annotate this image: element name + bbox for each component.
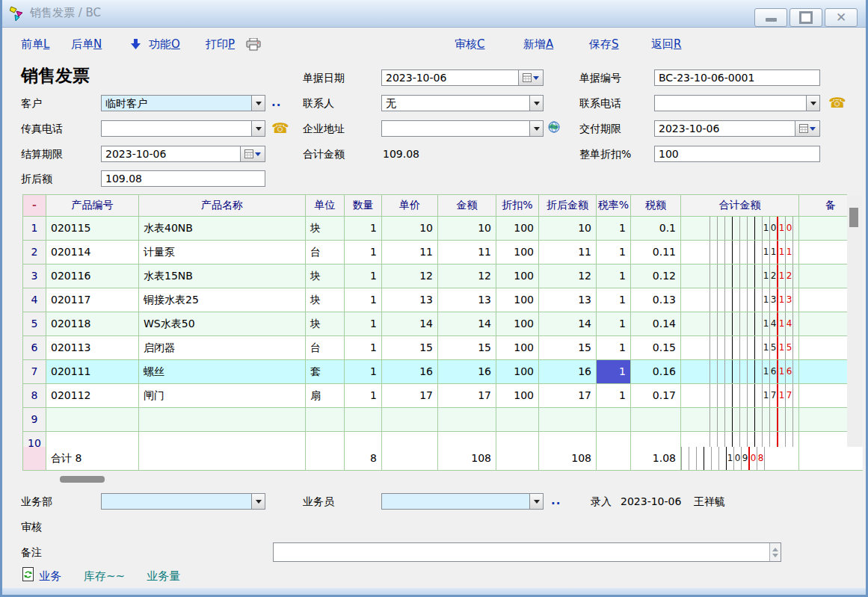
cell-tax-rate[interactable]: 1 bbox=[597, 265, 631, 288]
phone-icon[interactable]: ☎ bbox=[828, 96, 846, 110]
vertical-scrollbar-thumb[interactable] bbox=[849, 208, 858, 227]
chevron-down-icon[interactable] bbox=[529, 96, 543, 111]
printer-icon[interactable] bbox=[246, 38, 261, 54]
cell-discounted-amount[interactable]: 15 bbox=[539, 336, 597, 359]
cell-product-name[interactable]: 计量泵 bbox=[139, 241, 306, 264]
salesman-combo[interactable] bbox=[381, 493, 544, 510]
cell-remark[interactable] bbox=[799, 265, 847, 288]
cell-unit-price[interactable] bbox=[382, 408, 438, 431]
cell-product-code[interactable]: 020117 bbox=[46, 288, 139, 312]
vertical-scrollbar[interactable] bbox=[847, 196, 862, 447]
cell-remark[interactable] bbox=[799, 336, 847, 359]
cell-amount[interactable]: 11 bbox=[438, 241, 496, 264]
cell-row-number[interactable]: 1 bbox=[23, 217, 46, 240]
whole-discount-input[interactable]: 100 bbox=[654, 146, 820, 162]
cell-tax-rate[interactable]: 1 bbox=[597, 217, 631, 240]
cell-tax[interactable]: 0.16 bbox=[631, 360, 681, 383]
chevron-down-icon[interactable] bbox=[529, 121, 543, 136]
cell-tax[interactable]: 0.11 bbox=[631, 241, 681, 264]
cell-amount[interactable]: 17 bbox=[438, 384, 496, 407]
cell-tax[interactable]: 1.08 bbox=[631, 447, 681, 470]
cell-tax-rate[interactable]: 1 bbox=[597, 384, 631, 407]
cell-row-number[interactable]: 5 bbox=[23, 312, 46, 335]
calendar-icon[interactable] bbox=[240, 146, 265, 161]
cell-unit-price[interactable]: 14 bbox=[382, 312, 438, 335]
customer-combo[interactable]: 临时客户 bbox=[101, 95, 265, 111]
cell-discounted-amount[interactable]: 14 bbox=[539, 312, 597, 335]
chevron-down-icon[interactable] bbox=[529, 494, 543, 509]
cell-tax[interactable] bbox=[631, 408, 681, 431]
cell-tax[interactable]: 0.13 bbox=[631, 288, 681, 312]
cell-tax-rate[interactable]: 1 bbox=[597, 288, 631, 312]
cell-unit[interactable]: 块 bbox=[306, 265, 345, 288]
remark-spinner[interactable] bbox=[769, 543, 781, 561]
cell-total-digit-grid[interactable]: 1616 bbox=[681, 360, 799, 383]
cell-unit-price[interactable]: 10 bbox=[382, 217, 438, 240]
cell-tax[interactable]: 0.17 bbox=[631, 384, 681, 407]
cell-tax[interactable]: 0.12 bbox=[631, 265, 681, 288]
table-row[interactable]: 9 bbox=[23, 408, 847, 432]
table-row[interactable]: 2020114计量泵台111111001110.111111 bbox=[23, 241, 847, 265]
cell-row-number[interactable]: 2 bbox=[23, 241, 46, 264]
cell-remark[interactable] bbox=[799, 384, 847, 407]
cell-discounted-amount[interactable]: 108 bbox=[539, 447, 597, 470]
cell-remark[interactable] bbox=[799, 288, 847, 312]
cell-discount[interactable]: 100 bbox=[496, 241, 539, 264]
cell-quantity[interactable]: 1 bbox=[345, 265, 382, 288]
calendar-icon[interactable] bbox=[518, 70, 543, 85]
customer-browse-button[interactable]: .. bbox=[271, 96, 281, 109]
settle-date-field[interactable]: 2023-10-06 bbox=[101, 146, 265, 162]
cell-discount[interactable]: 100 bbox=[496, 360, 539, 383]
cell-discounted-amount[interactable]: 16 bbox=[539, 360, 597, 383]
table-row[interactable]: 1020115水表40NB块110101001010.11010 bbox=[23, 217, 847, 241]
cell-unit[interactable] bbox=[306, 447, 345, 470]
cell-product-name[interactable]: 闸门 bbox=[139, 384, 306, 407]
cell-quantity[interactable]: 1 bbox=[345, 360, 382, 383]
cell-product-name[interactable] bbox=[139, 408, 306, 431]
cell-row-number[interactable]: 9 bbox=[23, 408, 46, 431]
table-row[interactable]: 合计 881081081.0810908 bbox=[23, 447, 863, 471]
cell-product-code[interactable]: 020112 bbox=[46, 384, 139, 407]
cell-discount[interactable]: 100 bbox=[496, 312, 539, 335]
cell-row-number[interactable]: 8 bbox=[23, 384, 46, 407]
cell-unit-price[interactable] bbox=[382, 447, 438, 470]
cell-amount[interactable]: 12 bbox=[438, 265, 496, 288]
cell-product-name[interactable]: WS水表50 bbox=[139, 312, 306, 335]
maximize-button[interactable] bbox=[789, 8, 822, 27]
contact-combo[interactable]: 无 bbox=[381, 95, 544, 111]
address-combo[interactable] bbox=[381, 120, 544, 137]
chevron-down-icon[interactable] bbox=[806, 96, 819, 111]
horizontal-scrollbar-thumb[interactable] bbox=[60, 476, 105, 483]
doc-date-field[interactable]: 2023-10-06 bbox=[381, 69, 544, 86]
cell-row-number[interactable]: 3 bbox=[23, 265, 46, 288]
dept-combo[interactable] bbox=[101, 493, 265, 510]
doc-no-input[interactable]: BC-23-10-06-0001 bbox=[654, 69, 820, 86]
cell-product-name[interactable]: 启闭器 bbox=[139, 336, 306, 359]
cell-discounted-amount[interactable] bbox=[539, 408, 597, 431]
cell-product-name[interactable]: 水表15NB bbox=[139, 265, 306, 288]
table-row[interactable]: 6020113启闭器台115151001510.151515 bbox=[23, 336, 847, 360]
cell-unit-price[interactable]: 17 bbox=[382, 384, 438, 407]
cell-tax[interactable]: 0.14 bbox=[631, 312, 681, 335]
cell-remark[interactable] bbox=[799, 312, 847, 335]
cell-amount[interactable]: 13 bbox=[438, 288, 496, 312]
cell-tax[interactable]: 0.1 bbox=[631, 217, 681, 240]
table-row[interactable]: 8020112闸门扇117171001710.171717 bbox=[23, 384, 847, 408]
cell-tax-rate[interactable] bbox=[597, 447, 631, 470]
cell-tax-rate[interactable]: 1 bbox=[597, 241, 631, 264]
cell-tax-rate[interactable]: 1 bbox=[597, 360, 631, 383]
cell-product-code[interactable]: 020114 bbox=[46, 241, 139, 264]
cell-product-name[interactable]: 铜接水表25 bbox=[139, 288, 306, 312]
cell-unit[interactable]: 扇 bbox=[306, 384, 345, 407]
globe-icon[interactable] bbox=[548, 121, 560, 135]
cell-unit[interactable]: 台 bbox=[306, 241, 345, 264]
cell-remark[interactable] bbox=[799, 360, 847, 383]
back-button[interactable]: 返回R bbox=[651, 37, 681, 52]
cell-tax[interactable]: 0.15 bbox=[631, 336, 681, 359]
cell-unit[interactable]: 块 bbox=[306, 288, 345, 312]
cell-remark[interactable] bbox=[799, 447, 868, 470]
cell-amount[interactable]: 108 bbox=[438, 447, 496, 470]
cell-tax-rate[interactable]: 1 bbox=[597, 336, 631, 359]
cell-discounted-amount[interactable]: 12 bbox=[539, 265, 597, 288]
chevron-down-icon[interactable] bbox=[251, 121, 265, 136]
